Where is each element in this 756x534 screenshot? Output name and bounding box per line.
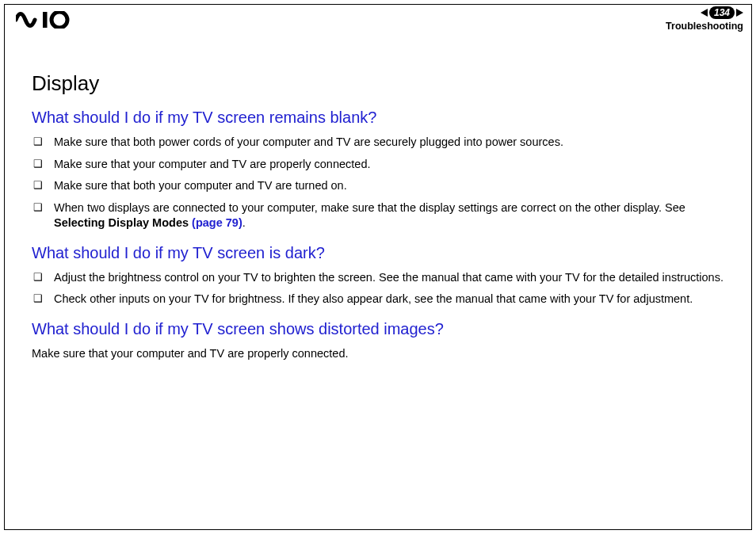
list-item-text: .	[242, 216, 246, 229]
faq-heading: What should I do if my TV screen shows d…	[32, 320, 732, 338]
faq-list: Make sure that both power cords of your …	[32, 135, 732, 231]
list-item: Make sure that your computer and TV are …	[32, 157, 732, 173]
next-page-icon[interactable]	[736, 9, 743, 17]
list-item: Make sure that both your computer and TV…	[32, 178, 732, 194]
list-item: Make sure that both power cords of your …	[32, 135, 732, 151]
faq-heading: What should I do if my TV screen remains…	[32, 109, 732, 127]
list-item-text: When two displays are connected to your …	[54, 201, 685, 214]
vaio-logo	[16, 11, 89, 29]
faq-list: Adjust the brightness control on your TV…	[32, 270, 732, 307]
main-content: Display What should I do if my TV screen…	[32, 71, 732, 362]
faq-text: Make sure that your computer and TV are …	[32, 346, 732, 362]
header-right: 134 Troubleshooting	[666, 6, 743, 32]
list-item: Adjust the brightness control on your TV…	[32, 270, 732, 286]
list-item: Check other inputs on your TV for bright…	[32, 292, 732, 307]
page-navigation: 134	[666, 6, 743, 19]
bold-text: Selecting Display Modes	[54, 216, 192, 229]
svg-rect-0	[43, 12, 48, 28]
page-number: 134	[709, 6, 735, 19]
svg-point-1	[52, 12, 67, 28]
page-title: Display	[32, 71, 732, 96]
prev-page-icon[interactable]	[701, 9, 708, 17]
faq-heading: What should I do if my TV screen is dark…	[32, 244, 732, 262]
section-label: Troubleshooting	[666, 21, 743, 32]
list-item: When two displays are connected to your …	[32, 200, 732, 231]
page-link[interactable]: (page 79)	[192, 216, 242, 229]
page-header: 134 Troubleshooting	[5, 5, 751, 36]
